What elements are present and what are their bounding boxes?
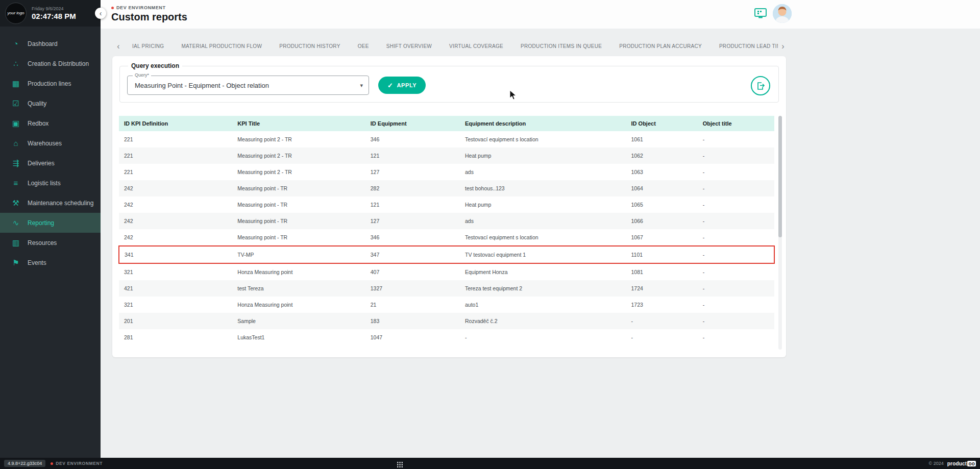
cell: LukasTest1 xyxy=(232,329,365,345)
cell: Honza Measuring point xyxy=(232,297,365,313)
cell: - xyxy=(698,246,774,263)
feedback-button[interactable] xyxy=(753,7,768,21)
cell: 1066 xyxy=(626,213,698,229)
sidebar-item-events[interactable]: ⚑ Events xyxy=(0,253,101,273)
tab-virtual-coverage[interactable]: VIRTUAL COVERAGE xyxy=(440,39,512,54)
sidebar-item-label: Maintenance scheduling xyxy=(28,200,93,207)
cell: - xyxy=(698,297,774,313)
tab-oee[interactable]: OEE xyxy=(349,39,378,54)
table-row[interactable]: 201Sample183Rozvaděč č.2-- xyxy=(119,313,774,329)
sidebar-item-warehouses[interactable]: ⌂ Warehouses xyxy=(0,133,101,153)
cell: test bohous..123 xyxy=(460,180,626,196)
env-indicator: DEV ENVIRONMENT xyxy=(111,5,166,10)
apply-button-label: APPLY xyxy=(397,82,417,88)
kiosk-monitor-icon xyxy=(754,7,767,19)
user-avatar[interactable] xyxy=(773,4,792,23)
table-row[interactable]: 221Measuring point 2 - TR121Heat pump106… xyxy=(119,147,774,164)
version-badge: 4.9.8+22.g33c04 xyxy=(4,460,45,467)
custom-reports-panel: Query execution Query* Measuring Point -… xyxy=(112,56,786,357)
sidebar-nav: ◔ Dashboard ∴ Creation & Distribution ▦ … xyxy=(0,27,101,273)
col-header-id-kpi-definition: ID KPI Definition xyxy=(119,116,232,131)
tab-material-pricing[interactable]: IAL PRICING xyxy=(124,39,173,54)
tabs-scroll-left-icon[interactable]: ‹ xyxy=(113,39,124,54)
cell: 1062 xyxy=(626,147,698,164)
cell: 1064 xyxy=(626,180,698,196)
table-row[interactable]: 242Measuring point - TR346Testovací equi… xyxy=(119,229,774,246)
sidebar-item-quality[interactable]: ☑ Quality xyxy=(0,93,101,113)
table-row[interactable]: 242Measuring point - TR121Heat pump1065- xyxy=(119,196,774,213)
col-header-object-title: Object title xyxy=(698,116,774,131)
table-row[interactable]: 321Honza Measuring point407Equipment Hon… xyxy=(119,263,774,280)
query-execution-fieldset: Query execution Query* Measuring Point -… xyxy=(119,62,779,103)
env-dot-icon xyxy=(51,462,53,465)
query-select-label: Query* xyxy=(133,72,151,78)
avatar-image xyxy=(773,4,792,23)
sidebar-item-label: Creation & Distribution xyxy=(28,60,89,67)
sidebar-item-redbox[interactable]: ▣ Redbox xyxy=(0,113,101,133)
table-row-highlighted[interactable]: 341TV-MP347TV testovací equipment 11101- xyxy=(119,246,774,263)
tab-production-lead-time[interactable]: PRODUCTION LEAD TIME xyxy=(710,39,778,54)
warehouse-icon: ⌂ xyxy=(11,139,21,147)
sidebar-item-logistic-lists[interactable]: ≡ Logistic lists xyxy=(0,173,101,193)
sidebar-item-resources[interactable]: ▥ Resources xyxy=(0,233,101,253)
sidebar-item-label: Production lines xyxy=(28,80,71,87)
cell: - xyxy=(626,313,698,329)
cell: test Tereza xyxy=(232,280,365,297)
sidebar-item-deliveries[interactable]: ⇶ Deliveries xyxy=(0,153,101,173)
sidebar-logo-block: your logo Friday 9/6/2024 02:47:48 PM ‹ xyxy=(0,0,101,27)
sidebar-collapse-button[interactable]: ‹ xyxy=(95,8,106,19)
export-button[interactable] xyxy=(751,76,770,95)
sidebar-item-label: Resources xyxy=(28,239,57,246)
cell: 321 xyxy=(119,263,232,280)
cell: - xyxy=(698,313,774,329)
cell: 407 xyxy=(365,263,460,280)
table-row[interactable]: 242Measuring point - TR282test bohous..1… xyxy=(119,180,774,196)
status-bar: 4.9.8+22.g33c04 DEV ENVIRONMENT © 2024 p… xyxy=(0,458,980,469)
sidebar-item-creation-distribution[interactable]: ∴ Creation & Distribution xyxy=(0,54,101,73)
col-header-id-equipment: ID Equipment xyxy=(365,116,460,131)
cell: 242 xyxy=(119,196,232,213)
cell: 221 xyxy=(119,164,232,180)
tab-production-history[interactable]: PRODUCTION HISTORY xyxy=(271,39,349,54)
table-row[interactable]: 242Measuring point - TR127ads1066- xyxy=(119,213,774,229)
sidebar-item-label: Deliveries xyxy=(28,160,55,167)
cell: 1101 xyxy=(626,246,698,263)
cell: Heat pump xyxy=(460,147,626,164)
table-header-row: ID KPI Definition KPI Title ID Equipment… xyxy=(119,116,774,131)
apply-button[interactable]: ✓ APPLY xyxy=(378,77,426,94)
tab-shift-overview[interactable]: SHIFT OVERVIEW xyxy=(378,39,440,54)
table-row[interactable]: 281LukasTest11047--- xyxy=(119,329,774,345)
cell: 1723 xyxy=(626,297,698,313)
table-row[interactable]: 421test Tereza1327Tereza test equipment … xyxy=(119,280,774,297)
tab-material-production-flow[interactable]: MATERIAL PRODUCTION FLOW xyxy=(173,39,271,54)
table-row[interactable]: 321Honza Measuring point21auto11723- xyxy=(119,297,774,313)
cell: Measuring point - TR xyxy=(232,196,365,213)
table-row[interactable]: 221Measuring point 2 - TR127ads1063- xyxy=(119,164,774,180)
cell: 121 xyxy=(365,196,460,213)
cell: Measuring point 2 - TR xyxy=(232,131,365,147)
tab-production-items-in-queue[interactable]: PRODUCTION ITEMS IN QUEUE xyxy=(512,39,610,54)
table-row[interactable]: 221Measuring point 2 - TR346Testovací eq… xyxy=(119,131,774,147)
query-select-value: Measuring Point - Equipment - Object rel… xyxy=(135,82,269,89)
sidebar-item-dashboard[interactable]: ◔ Dashboard xyxy=(0,34,101,54)
env-label: DEV ENVIRONMENT xyxy=(116,5,166,10)
cell: Equipment Honza xyxy=(460,263,626,280)
cell: - xyxy=(698,263,774,280)
sidebar-item-reporting[interactable]: ∿ Reporting xyxy=(0,213,101,233)
redbox-icon: ▣ xyxy=(11,119,21,128)
cell: Rozvaděč č.2 xyxy=(460,313,626,329)
table-scrollbar-thumb[interactable] xyxy=(778,116,782,237)
page-header: DEV ENVIRONMENT Custom reports xyxy=(101,0,980,29)
tab-production-plan-accuracy[interactable]: PRODUCTION PLAN ACCURACY xyxy=(610,39,710,54)
tabs-scroll-right-icon[interactable]: › xyxy=(778,39,788,54)
reporting-icon: ∿ xyxy=(11,218,21,228)
sidebar-item-maintenance-scheduling[interactable]: ⚒ Maintenance scheduling xyxy=(0,193,101,213)
sidebar-item-production-lines[interactable]: ▦ Production lines xyxy=(0,73,101,93)
query-select[interactable]: Query* Measuring Point - Equipment - Obj… xyxy=(127,76,369,95)
cell: 1081 xyxy=(626,263,698,280)
cell: 282 xyxy=(365,180,460,196)
cell: - xyxy=(698,280,774,297)
app-grid-icon[interactable] xyxy=(397,460,403,469)
footer-brand-area: © 2024 productoo xyxy=(929,461,976,466)
current-time: 02:47:48 PM xyxy=(32,12,76,20)
